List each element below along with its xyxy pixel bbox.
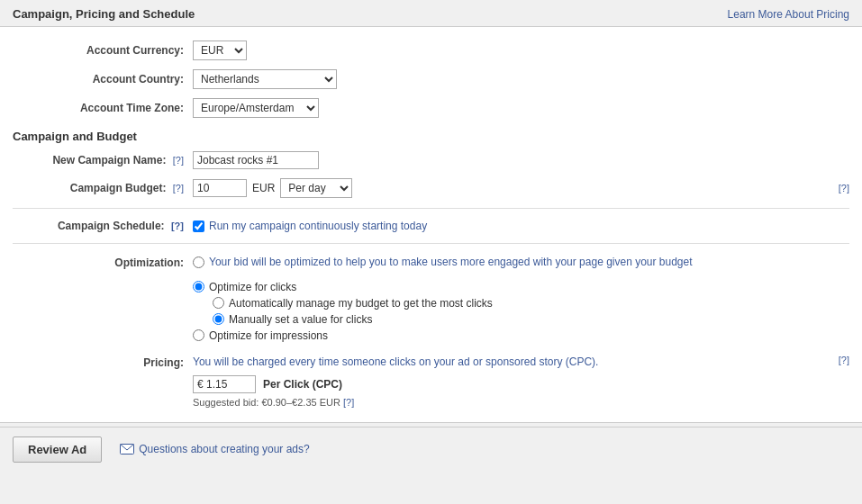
suggested-bid: Suggested bid: €0.90–€2.35 EUR [?] — [193, 397, 849, 408]
campaign-name-help-icon[interactable]: [?] — [173, 155, 184, 166]
mail-icon — [120, 444, 134, 454]
campaign-budget-control: EUR Per day Per week Per month [?] — [193, 178, 849, 198]
account-timezone-control: Europe/Amsterdam Europe/London America/N… — [193, 98, 849, 118]
schedule-help-icon[interactable]: [?] — [171, 220, 184, 231]
pricing-label: Pricing: — [13, 355, 193, 369]
opt-for-impressions-label: Optimize for impressions — [209, 329, 328, 342]
pricing-info-text: You will be charged every time someone c… — [193, 355, 598, 370]
opt-manually-set-label: Manually set a value for clicks — [229, 313, 372, 326]
opt-auto-budget-row: Automatically manage my budget to get th… — [213, 297, 849, 310]
optimization-options: Your bid will be optimized to help you t… — [193, 255, 849, 346]
account-timezone-select[interactable]: Europe/Amsterdam Europe/London America/N… — [193, 98, 319, 118]
pricing-input-row: Per Click (CPC) — [193, 375, 849, 393]
campaign-name-input[interactable] — [193, 151, 319, 169]
per-click-label: Per Click (CPC) — [263, 378, 342, 391]
page-container: Campaign, Pricing and Schedule Learn Mor… — [0, 0, 862, 504]
questions-link-text: Questions about creating your ads? — [139, 443, 309, 455]
account-country-label: Account Country: — [13, 73, 193, 86]
account-currency-select[interactable]: EUR USD GBP — [193, 40, 247, 60]
pricing-help-icon[interactable]: [?] — [839, 355, 849, 365]
budget-currency-label: EUR — [252, 182, 275, 194]
schedule-checkbox-text: Run my campaign continuously starting to… — [209, 220, 427, 232]
suggested-bid-help-icon[interactable]: [?] — [343, 397, 354, 408]
account-timezone-label: Account Time Zone: — [13, 102, 193, 114]
account-currency-row: Account Currency: EUR USD GBP — [0, 36, 862, 65]
account-currency-label: Account Currency: — [13, 44, 193, 57]
questions-link[interactable]: Questions about creating your ads? — [120, 443, 309, 455]
schedule-checkbox-label[interactable]: Run my campaign continuously starting to… — [193, 220, 427, 232]
account-currency-control: EUR USD GBP — [193, 40, 849, 60]
account-timezone-row: Account Time Zone: Europe/Amsterdam Euro… — [0, 94, 862, 122]
opt-for-clicks-radio[interactable] — [193, 281, 204, 292]
campaign-budget-row: Campaign Budget: [?] EUR Per day Per wee… — [0, 174, 862, 202]
campaign-schedule-label: Campaign Schedule: [?] — [13, 220, 193, 232]
price-input[interactable] — [193, 375, 256, 393]
budget-period-select[interactable]: Per day Per week Per month — [280, 178, 352, 198]
review-ad-button[interactable]: Review Ad — [13, 436, 102, 463]
campaign-name-control — [193, 151, 849, 169]
opt-manually-set-row: Manually set a value for clicks — [213, 313, 849, 326]
campaign-budget-input[interactable] — [193, 179, 247, 197]
footer-bar: Review Ad Questions about creating your … — [0, 427, 862, 472]
pricing-content: You will be charged every time someone c… — [193, 355, 849, 408]
account-country-control: Netherlands Germany France — [193, 69, 849, 89]
header: Campaign, Pricing and Schedule Learn Mor… — [0, 0, 862, 26]
opt-manually-set-radio[interactable] — [213, 313, 224, 325]
budget-period-help-icon[interactable]: [?] — [839, 183, 849, 194]
page-title: Campaign, Pricing and Schedule — [13, 7, 195, 21]
main-content: Account Currency: EUR USD GBP Account Co… — [0, 26, 862, 423]
optimization-section: Optimization: Your bid will be optimized… — [0, 249, 862, 351]
account-country-row: Account Country: Netherlands Germany Fra… — [0, 65, 862, 94]
opt-auto-budget-label: Automatically manage my budget to get th… — [229, 297, 493, 310]
pricing-section: Pricing: You will be charged every time … — [0, 351, 862, 413]
opt-info-radio[interactable] — [193, 256, 204, 268]
campaign-schedule-row: Campaign Schedule: [?] Run my campaign c… — [0, 214, 862, 238]
account-country-select[interactable]: Netherlands Germany France — [193, 69, 337, 89]
learn-more-link[interactable]: Learn More About Pricing — [728, 8, 849, 21]
section-divider-2 — [13, 243, 849, 244]
section-divider — [13, 208, 849, 209]
optimization-info-text: Your bid will be optimized to help you t… — [209, 255, 693, 270]
campaign-budget-label: Campaign Budget: [?] — [13, 182, 193, 194]
campaign-budget-help-icon[interactable]: [?] — [173, 183, 184, 194]
campaign-name-row: New Campaign Name: [?] — [0, 147, 862, 174]
schedule-checkbox[interactable] — [193, 220, 204, 232]
opt-for-impressions-radio[interactable] — [193, 329, 204, 341]
campaign-budget-section-header: Campaign and Budget — [0, 122, 862, 147]
opt-for-clicks-label: Optimize for clicks — [209, 281, 296, 293]
opt-auto-budget-radio[interactable] — [213, 297, 224, 309]
opt-impressions-row: Optimize for impressions — [193, 329, 849, 342]
opt-clicks-row: Optimize for clicks — [193, 281, 849, 293]
campaign-name-label: New Campaign Name: [?] — [13, 154, 193, 166]
optimization-label: Optimization: — [13, 255, 193, 269]
